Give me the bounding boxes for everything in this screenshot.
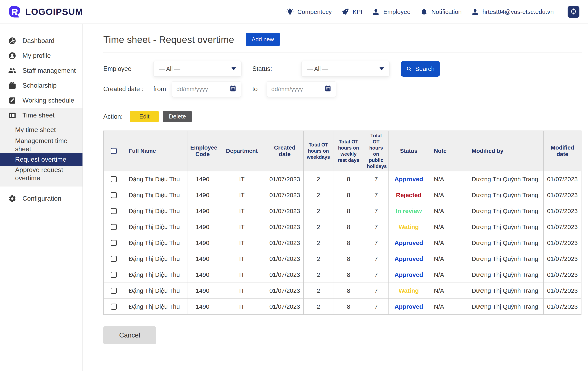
sidebar-item-label: Configuration [22,195,61,202]
row-checkbox[interactable] [111,176,117,182]
cell-modified-date: 01/07/2023 [544,187,581,203]
sidebar-item-management-time-sheet[interactable]: Management time sheet [0,137,83,153]
dashboard-icon [8,37,16,45]
sidebar-item-scholarship[interactable]: Scholarship [0,78,83,93]
calendar-icon[interactable] [325,85,331,93]
sidebar-item-configuration[interactable]: Configuration [0,191,83,206]
cell-employee-code: 1490 [187,251,218,267]
cell-ot-public-holidays: 7 [364,267,388,283]
row-checkbox[interactable] [111,224,117,230]
sidebar-item-working-schedule[interactable]: Working schedule [0,93,83,108]
logo-icon [8,5,21,19]
status-select-value: — All — [307,65,328,72]
column-header-status: Status [388,131,429,171]
sidebar-item-request-overtime[interactable]: Request overtime [0,153,83,166]
status-select[interactable]: — All — [301,61,389,76]
cell-modified-by: Dương Thị Quỳnh Trang [467,235,544,251]
cell-department: IT [218,299,266,315]
cell-created-date: 01/07/2023 [266,235,304,251]
cancel-button[interactable]: Cancel [103,326,156,344]
cell-full-name: Đặng Thị Diệu Thu [124,299,187,315]
rocket-icon [341,8,349,16]
sidebar-item-my-time-sheet[interactable]: My time sheet [0,123,83,137]
cell-modified-by: Dương Thị Quỳnh Trang [467,219,544,235]
cell-note: N/A [429,251,467,267]
sidebar-top-items: DashboardMy profileStaff managementSchol… [0,33,83,108]
date-to-input[interactable]: dd/mm/yyyy [267,81,336,97]
nav-item-hrtest04-vus-etsc-edu-vn[interactable]: hrtest04@vus-etsc.edu.vn [471,8,554,16]
row-checkbox[interactable] [111,288,117,294]
cell-ot-public-holidays: 7 [364,235,388,251]
select-all-checkbox[interactable] [111,148,117,154]
row-checkbox[interactable] [111,208,117,214]
row-checkbox-cell [104,267,124,283]
nav-item-label: Compentecy [297,8,332,15]
cell-created-date: 01/07/2023 [266,203,304,219]
cell-modified-by: Dương Thị Quỳnh Trang [467,299,544,315]
cell-department: IT [218,283,266,299]
cell-ot-weekly-rest: 8 [333,283,364,299]
cell-ot-weekdays: 2 [304,187,333,203]
column-header-ot-weekly-rest: Total OT hours on weekly rest days [333,131,364,171]
cell-note: N/A [429,187,467,203]
title-divider [103,52,582,53]
cell-created-date: 01/07/2023 [266,171,304,187]
timesheet-icon [8,111,16,120]
cell-ot-public-holidays: 7 [364,299,388,315]
search-icon [406,66,412,72]
cell-full-name: Đặng Thị Diệu Thu [124,171,187,187]
table-header-row: Full NameEmployee CodeDepartmentCreated … [104,131,581,171]
search-button[interactable]: Search [401,61,440,76]
sidebar-item-time-sheet[interactable]: Time sheet [0,108,83,123]
cell-ot-weekly-rest: 8 [333,251,364,267]
cell-ot-weekdays: 2 [304,251,333,267]
nav-item-label: KPI [353,8,362,15]
row-checkbox[interactable] [111,304,117,310]
table-row: Đặng Thị Diệu Thu1490IT01/07/2023287Appr… [104,251,581,267]
cell-note: N/A [429,203,467,219]
nav-item-employee[interactable]: Employee [372,8,410,16]
cell-modified-date: 01/07/2023 [544,171,581,187]
cell-department: IT [218,187,266,203]
table-row: Đặng Thị Diệu Thu1490IT01/07/2023287Wati… [104,283,581,299]
cell-department: IT [218,219,266,235]
delete-button[interactable]: Delete [163,111,192,122]
cell-department: IT [218,251,266,267]
cell-modified-date: 01/07/2023 [544,219,581,235]
sidebar-timesheet-group: Time sheet My time sheetManagement time … [0,108,83,186]
action-row: Action: Edit Delete [103,111,582,122]
to-label: to [252,85,267,93]
row-checkbox[interactable] [111,256,117,262]
row-checkbox-cell [104,251,124,267]
nav-item-kpi[interactable]: KPI [341,8,362,16]
cell-ot-weekdays: 2 [304,283,333,299]
row-checkbox[interactable] [111,272,117,278]
employee-select[interactable]: — All — [153,61,242,76]
cell-status: Wating [388,219,429,235]
brand-logo[interactable]: LOGOIPSUM [8,5,83,19]
sidebar-item-my-profile[interactable]: My profile [0,48,83,63]
sidebar-item-approve-request-overtime[interactable]: Approve request overtime [0,166,83,182]
sidebar-item-dashboard[interactable]: Dashboard [0,33,83,48]
column-header-employee-code: Employee Code [187,131,218,171]
sidebar-item-label: My time sheet [15,126,56,134]
edit-button[interactable]: Edit [130,111,159,122]
row-checkbox[interactable] [111,192,117,198]
cell-note: N/A [429,299,467,315]
calendar-icon[interactable] [230,85,236,93]
cell-ot-weekdays: 2 [304,267,333,283]
row-checkbox[interactable] [111,240,117,246]
cell-created-date: 01/07/2023 [266,283,304,299]
cell-created-date: 01/07/2023 [266,251,304,267]
cell-ot-weekly-rest: 8 [333,219,364,235]
add-new-button[interactable]: Add new [246,33,280,46]
refresh-button[interactable] [567,6,579,18]
sidebar-item-staff-management[interactable]: Staff management [0,63,83,78]
nav-item-compentecy[interactable]: Compentecy [286,8,332,16]
nav-item-notification[interactable]: Notification [420,8,462,16]
cell-ot-weekdays: 2 [304,235,333,251]
lightbulb-icon [286,8,294,16]
cell-created-date: 01/07/2023 [266,267,304,283]
employee-filter-label: Employee [103,65,153,73]
date-from-input[interactable]: dd/mm/yyyy [172,81,241,97]
